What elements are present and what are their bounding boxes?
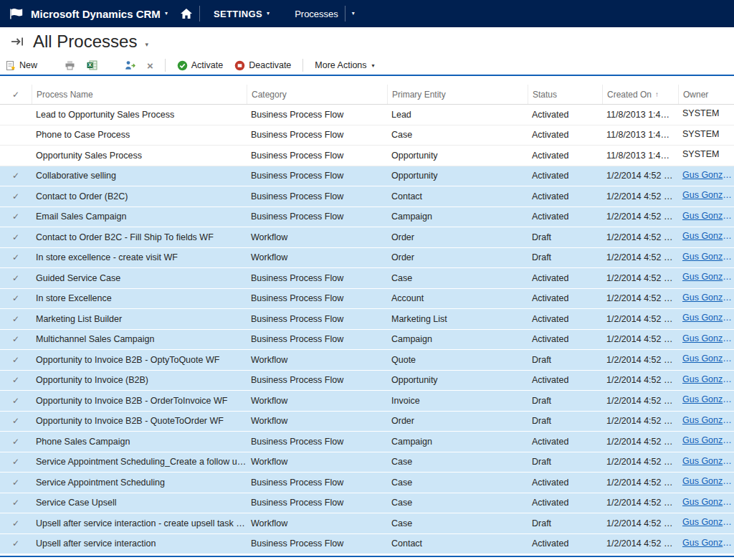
cell-owner-link[interactable]: Gus Gonzalez (682, 476, 734, 486)
export-excel-button[interactable]: X (87, 60, 97, 70)
cell-owner-link[interactable]: Gus Gonzalez (682, 333, 734, 343)
table-row[interactable]: ✓ Opportunity to Invoice B2B - OptyToQuo… (0, 350, 734, 371)
cell-owner-link[interactable]: Gus Gonzalez (682, 252, 734, 262)
table-row[interactable]: ✓ Multichannel Sales Campaign Business P… (0, 330, 734, 351)
row-checkbox[interactable]: ✓ (0, 416, 32, 426)
cell-owner-link[interactable]: Gus Gonzalez (682, 538, 734, 548)
row-checkbox[interactable]: ✓ (0, 375, 32, 385)
row-checkbox[interactable]: ✓ (0, 478, 32, 488)
cell-owner-link[interactable]: Gus Gonzalez (682, 293, 734, 303)
cell-owner-link[interactable]: Gus Gonzalez (682, 231, 734, 241)
row-checkbox[interactable]: ✓ (0, 171, 32, 181)
sort-ascending-icon: ↑ (655, 90, 659, 98)
row-checkbox[interactable]: ✓ (0, 273, 32, 283)
table-row[interactable]: ✓ Service Appointment Scheduling Busines… (0, 473, 734, 493)
cell-status: Activated (528, 478, 602, 488)
cell-owner-link[interactable]: SYSTEM (682, 129, 719, 139)
row-checkbox[interactable]: ✓ (0, 518, 32, 528)
cell-status: Activated (528, 151, 602, 161)
more-actions-button[interactable]: More Actions ▾ (315, 60, 374, 70)
home-button[interactable] (180, 8, 193, 19)
row-checkbox[interactable]: ✓ (0, 314, 32, 324)
cell-owner-link[interactable]: Gus Gonzalez (682, 456, 734, 466)
row-checkbox[interactable]: ✓ (0, 355, 32, 365)
delete-button[interactable]: × (147, 60, 153, 71)
table-row[interactable]: ✓ In store excellence - create visit WF … (0, 248, 734, 269)
table-row[interactable]: ✓ Phone Sales Campaign Business Process … (0, 432, 734, 452)
table-row[interactable]: ✓ Opportunity to Invoice (B2B) Business … (0, 371, 734, 391)
table-row[interactable]: ✓ Contact to Order (B2C) Business Proces… (0, 186, 734, 207)
cell-primary-entity: Campaign (387, 334, 528, 344)
table-row[interactable]: Lead to Opportunity Sales Process Busine… (0, 105, 734, 125)
row-checkbox[interactable]: ✓ (0, 191, 32, 201)
nav-processes[interactable]: Processes (295, 9, 338, 19)
table-row[interactable]: ✓ Service Appointment Scheduling_Create … (0, 452, 734, 473)
nav-settings[interactable]: SETTINGS ▾ (206, 9, 270, 19)
column-header-created-on[interactable]: Created On ↑ (602, 85, 678, 104)
table-row[interactable]: ✓ Service Case Upsell Business Process F… (0, 493, 734, 514)
chevron-down-icon[interactable]: ▾ (352, 11, 355, 16)
cell-owner-link[interactable]: Gus Gonzalez (682, 394, 734, 404)
column-header-primary-entity[interactable]: Primary Entity (387, 85, 528, 104)
row-checkbox[interactable]: ✓ (0, 457, 32, 467)
row-checkbox[interactable]: ✓ (0, 212, 32, 222)
row-checkbox[interactable]: ✓ (0, 232, 32, 242)
table-row[interactable]: ✓ Upsell after service interaction Busin… (0, 534, 734, 555)
toolbar-accent-line (0, 75, 734, 76)
table-row[interactable]: ✓ Opportunity to Invoice B2B - OrderToIn… (0, 391, 734, 412)
cell-primary-entity: Lead (387, 110, 528, 120)
assign-button[interactable] (125, 60, 135, 70)
cell-owner-link[interactable]: Gus Gonzalez (682, 190, 734, 200)
print-button[interactable] (65, 60, 75, 70)
table-row[interactable]: ✓ Collaborative selling Business Process… (0, 166, 734, 187)
cell-owner-link[interactable]: Gus Gonzalez (682, 353, 734, 364)
cell-owner-link[interactable]: Gus Gonzalez (682, 415, 734, 425)
app-switcher[interactable]: Microsoft Dynamics CRM ▾ (31, 8, 168, 20)
cell-status: Draft (528, 252, 602, 262)
row-checkbox[interactable]: ✓ (0, 538, 32, 549)
cell-process-name: Upsell after service interaction (32, 538, 247, 549)
table-row[interactable]: ✓ Guided Service Case Business Process F… (0, 268, 734, 289)
new-button[interactable]: New (6, 60, 37, 71)
table-row[interactable]: ✓ Contact to Order B2C - Fill Ship To fi… (0, 227, 734, 248)
row-checkbox[interactable]: ✓ (0, 293, 32, 303)
cell-owner-link[interactable]: SYSTEM (682, 149, 719, 159)
table-row[interactable]: Opportunity Sales Process Business Proce… (0, 146, 734, 166)
row-checkbox[interactable]: ✓ (0, 334, 32, 344)
cell-owner-link[interactable]: Gus Gonzalez (682, 374, 734, 384)
table-row[interactable]: ✓ Opportunity to Invoice B2B - QuoteToOr… (0, 412, 734, 432)
select-all-checkbox[interactable]: ✓ (0, 85, 32, 104)
cell-owner-link[interactable]: Gus Gonzalez (682, 517, 734, 527)
cell-owner-link[interactable]: Gus Gonzalez (682, 272, 734, 282)
row-check-icon: ✓ (12, 212, 19, 222)
column-header-owner[interactable]: Owner (678, 85, 734, 104)
table-row[interactable]: Phone to Case Process Business Process F… (0, 125, 734, 146)
column-header-process-name[interactable]: Process Name (32, 85, 247, 104)
cell-category: Workflow (247, 252, 387, 262)
cell-category: Business Process Flow (247, 314, 387, 324)
table-row[interactable]: ✓ Upsell after service interaction - cre… (0, 513, 734, 534)
row-checkbox[interactable]: ✓ (0, 396, 32, 406)
row-checkbox[interactable]: ✓ (0, 252, 32, 262)
cell-owner-link[interactable]: SYSTEM (682, 108, 719, 118)
table-row[interactable]: ✓ Email Sales Campaign Business Process … (0, 207, 734, 228)
cell-primary-entity: Case (387, 457, 528, 467)
deactivate-button[interactable]: Deactivate (234, 60, 291, 71)
cell-category: Business Process Flow (247, 538, 387, 549)
row-checkbox[interactable]: ✓ (0, 498, 32, 508)
cell-status: Activated (528, 314, 602, 324)
cell-owner-link[interactable]: Gus Gonzalez (682, 497, 734, 507)
view-selector-chevron-icon[interactable]: ▾ (145, 41, 148, 48)
table-row[interactable]: ✓ In store Excellence Business Process F… (0, 289, 734, 310)
column-header-category[interactable]: Category (247, 85, 387, 104)
cell-owner-link[interactable]: Gus Gonzalez (682, 313, 734, 323)
row-checkbox[interactable]: ✓ (0, 437, 32, 447)
cell-owner-link[interactable]: Gus Gonzalez (682, 435, 734, 445)
cell-category: Business Process Flow (247, 293, 387, 303)
cell-owner-link[interactable]: Gus Gonzalez (682, 170, 734, 180)
activate-button[interactable]: Activate (177, 60, 223, 71)
cell-owner-link[interactable]: Gus Gonzalez (682, 211, 734, 221)
cell-created-on: 1/2/2014 4:52 PM (602, 396, 678, 406)
column-header-status[interactable]: Status (528, 85, 602, 104)
table-row[interactable]: ✓ Marketing List Builder Business Proces… (0, 309, 734, 330)
